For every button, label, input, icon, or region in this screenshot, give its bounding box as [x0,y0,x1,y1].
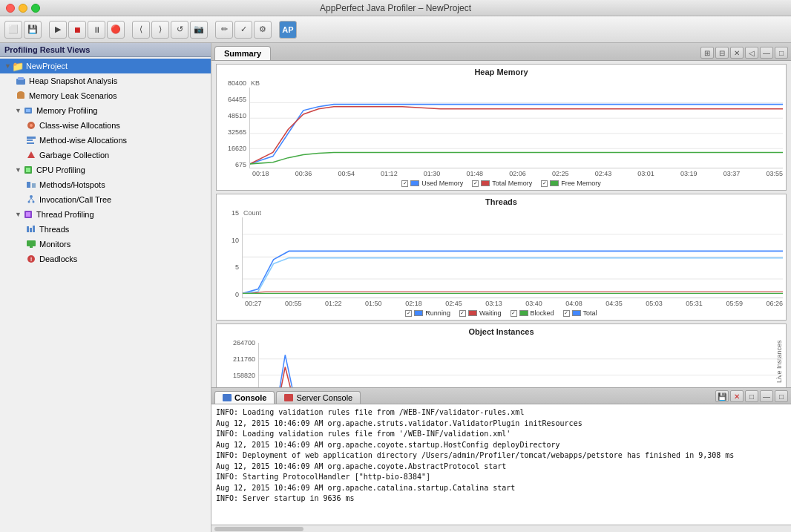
tree-label-invocation: Invocation/Call Tree [39,195,111,204]
toolbar-btn-stop[interactable]: ⏹ [68,21,86,39]
methodwise-icon [25,134,37,146]
tree-item-monitors[interactable]: Monitors [0,237,211,252]
toolbar-btn-refresh[interactable]: ↺ [171,21,188,39]
chart-objects-area [258,343,783,387]
gc-icon [25,149,37,161]
toolbar-btn-logo[interactable]: AP [279,21,297,39]
toolbar-btn-check[interactable]: ✓ [234,21,252,39]
console-line-1: INFO: Loading validation rules file from… [216,407,787,418]
console-wrap-btn[interactable]: □ [745,390,758,402]
window-title: AppPerfect Java Profiler – NewProject [320,3,471,13]
chart-heap-area [249,88,783,168]
chart-objects: Object Instances 264700 211760 158820 10… [216,324,787,387]
console-line-3: INFO: Loading validation rules file from… [216,429,787,440]
console-area: Console Server Console 💾 ✕ □ — □ INFO: L… [211,387,791,532]
svg-rect-22 [27,226,29,232]
svg-rect-24 [33,226,35,232]
thread-group-icon [22,208,34,220]
tree-item-deadlocks[interactable]: ! Deadlocks [0,252,211,266]
tree-item-gc[interactable]: Garbage Collection [0,148,211,162]
tree-item-methods[interactable]: Methods/Hotspots [0,177,211,192]
console-tab-console[interactable]: Console [214,391,275,404]
tree-item-cpu-profiling[interactable]: ▼ CPU Profiling [0,162,211,177]
toolbar-btn-gear[interactable]: ⚙ [254,21,272,39]
console-minimize-btn[interactable]: — [760,390,773,402]
svg-line-17 [31,198,33,201]
console-clear-btn[interactable]: ✕ [730,390,744,402]
chart-heap-ylabel: 80400 64455 48510 32565 16620 675 [220,79,249,168]
console-scrollbar[interactable] [211,525,791,532]
tree-item-class-wise[interactable]: Class-wise Allocations [0,118,211,133]
chart-threads: Threads 15 10 5 0 Count [216,194,787,321]
toolbar-btn-red[interactable]: 🔴 [107,21,125,39]
server-console-icon [284,394,293,401]
tab-summary[interactable]: Summary [214,46,271,60]
chart-objects-body: 264700 211760 158820 105880 52940 0 Live… [220,339,783,387]
tree-item-memory-profiling[interactable]: ▼ Memory Profiling [0,103,211,118]
toolbar-btn-2[interactable]: 💾 [24,21,42,39]
svg-rect-13 [27,182,30,188]
console-line-4: Aug 12, 2015 10:46:09 AM org.apache.coyo… [216,440,787,451]
chart-threads-legend: ✓Running ✓Waiting ✓Blocked ✓Total [220,309,783,317]
toolbar-btn-fwd[interactable]: ⟩ [151,21,169,39]
toolbar-btn-edit[interactable]: ✏ [215,21,233,39]
tab-ctrl-2[interactable]: ⊟ [715,47,729,59]
toolbar-btn-back[interactable]: ⟨ [132,21,150,39]
close-button[interactable] [6,4,15,13]
console-content[interactable]: INFO: Loading validation rules file from… [211,404,791,525]
svg-rect-25 [27,240,36,246]
cpu-icon [22,164,34,176]
svg-rect-8 [27,137,36,139]
svg-rect-10 [27,142,34,144]
tree-label-methodwise: Method-wise Allocations [39,136,127,145]
chart-objects-ylabel: 264700 211760 158820 105880 52940 0 [220,339,258,387]
console-line-8: Aug 12, 2015 10:46:09 AM org.apache.cata… [216,483,787,494]
tree-label-heap: Heap Snapshot Analysis [29,76,117,85]
methods-icon [25,179,37,191]
console-save-btn[interactable]: 💾 [715,390,729,402]
tree-item-newproject[interactable]: ▼ 📁 NewProject [0,59,211,73]
tree-label-deadlocks: Deadlocks [39,254,77,263]
console-tab-label: Console [234,393,266,402]
svg-rect-3 [17,93,24,99]
svg-rect-9 [27,139,33,141]
leak-icon [15,90,27,102]
tree-label-methods: Methods/Hotspots [39,180,105,189]
toolbar-btn-cam[interactable]: 📷 [190,21,208,39]
maximize-button[interactable] [31,4,40,13]
toolbar-btn-pause[interactable]: ⏸ [88,21,105,39]
chart-threads-body: 15 10 5 0 Count [220,209,783,298]
chart-heap-xlabel: 00:1800:3600:5401:1201:3001:4802:0602:25… [220,170,783,177]
tree-item-invocation[interactable]: Invocation/Call Tree [0,192,211,207]
svg-point-18 [28,201,30,203]
scrollbar-thumb[interactable] [214,527,303,531]
tab-ctrl-maximize[interactable]: □ [775,47,788,59]
tree-label-gc: Garbage Collection [39,151,109,160]
left-panel: Profiling Result Views ▼ 📁 NewProject He… [0,43,211,532]
deadlocks-icon: ! [25,253,37,265]
window-controls [6,4,40,13]
triangle-icon: ▼ [4,62,11,70]
tree-item-method-wise[interactable]: Method-wise Allocations [0,133,211,148]
chart-threads-ylabel: 15 10 5 0 [220,209,242,298]
tab-ctrl-minimize[interactable]: — [760,47,773,59]
tree-item-threads[interactable]: Threads [0,222,211,237]
tree-label-cpu: CPU Profiling [36,165,85,174]
tab-ctrl-1[interactable]: ⊞ [700,47,714,59]
tree-item-thread-profiling[interactable]: ▼ Thread Profiling [0,207,211,222]
tab-ctrl-3[interactable]: ✕ [730,47,744,59]
chart-tab-bar: Summary ⊞ ⊟ ✕ ◁ — □ [211,43,791,61]
console-line-7: INFO: Starting ProtocolHandler ["http-bi… [216,472,787,483]
console-tab-server[interactable]: Server Console [276,391,361,404]
toolbar-btn-play[interactable]: ▶ [49,21,67,39]
monitors-icon [25,238,37,250]
memprof-triangle-icon: ▼ [15,107,22,114]
toolbar-btn-1[interactable]: ⬜ [4,21,22,39]
chart-threads-title: Threads [220,197,783,206]
minimize-button[interactable] [19,4,27,13]
console-maximize-btn[interactable]: □ [775,390,788,402]
tree-item-memory-leak[interactable]: Memory Leak Scenarios [0,88,211,103]
threads-icon [25,223,37,235]
tab-ctrl-4[interactable]: ◁ [745,47,758,59]
tree-item-heap-snapshot[interactable]: Heap Snapshot Analysis [0,73,211,88]
